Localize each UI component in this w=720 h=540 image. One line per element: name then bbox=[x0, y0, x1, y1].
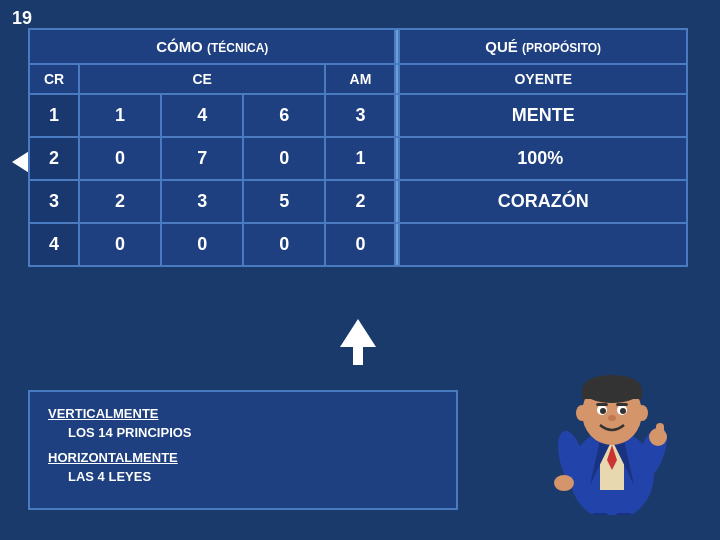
table-row: 1 1 4 6 3 MENTE bbox=[29, 94, 687, 137]
header-como: CÓMO (TÉCNICA) bbox=[29, 29, 395, 64]
row3-c1: 3 bbox=[161, 180, 243, 223]
svg-point-16 bbox=[636, 405, 648, 421]
svg-rect-7 bbox=[582, 389, 642, 399]
row2-c1: 7 bbox=[161, 137, 243, 180]
row1-cr: 1 bbox=[79, 94, 161, 137]
svg-point-14 bbox=[608, 415, 616, 421]
page-number: 19 bbox=[12, 8, 32, 29]
main-table-container: CÓMO (TÉCNICA) QUÉ (PROPÓSITO) CR CE AM … bbox=[28, 28, 688, 267]
table-row: 2 0 7 0 1 100% bbox=[29, 137, 687, 180]
header-que: QUÉ (PROPÓSITO) bbox=[399, 29, 687, 64]
row4-c2: 0 bbox=[243, 223, 325, 266]
row3-num: 3 bbox=[29, 180, 79, 223]
header-row: CÓMO (TÉCNICA) QUÉ (PROPÓSITO) bbox=[29, 29, 687, 64]
col-cr-header: CR bbox=[29, 64, 79, 94]
bottom-box: VERTICALMENTE LOS 14 PRINCIPIOS HORIZONT… bbox=[28, 390, 458, 510]
row4-am: 0 bbox=[325, 223, 395, 266]
svg-rect-13 bbox=[616, 403, 628, 406]
svg-rect-21 bbox=[656, 423, 664, 439]
row2-am: 1 bbox=[325, 137, 395, 180]
row4-num: 4 bbox=[29, 223, 79, 266]
vertical-label: VERTICALMENTE bbox=[48, 406, 438, 421]
row4-c1: 0 bbox=[161, 223, 243, 266]
vertical-subtext: LOS 14 PRINCIPIOS bbox=[48, 425, 438, 440]
table-row: 4 0 0 0 0 bbox=[29, 223, 687, 266]
svg-point-15 bbox=[576, 405, 588, 421]
row2-num: 2 bbox=[29, 137, 79, 180]
mente-label: MENTE bbox=[399, 94, 687, 137]
row1-am: 3 bbox=[325, 94, 395, 137]
row1-num: 1 bbox=[29, 94, 79, 137]
percent-label: 100% bbox=[399, 137, 687, 180]
svg-rect-22 bbox=[592, 513, 608, 515]
row3-c2: 5 bbox=[243, 180, 325, 223]
row1-c2: 6 bbox=[243, 94, 325, 137]
svg-point-11 bbox=[620, 408, 626, 414]
arrow-up-icon bbox=[340, 319, 376, 365]
row4-cr: 0 bbox=[79, 223, 161, 266]
col-oyente-header: OYENTE bbox=[399, 64, 687, 94]
row3-cr: 2 bbox=[79, 180, 161, 223]
horizontal-subtext: LAS 4 LEYES bbox=[48, 469, 438, 484]
main-table: CÓMO (TÉCNICA) QUÉ (PROPÓSITO) CR CE AM … bbox=[28, 28, 688, 267]
table-row: 3 2 3 5 2 CORAZÓN bbox=[29, 180, 687, 223]
col-am-header: AM bbox=[325, 64, 395, 94]
svg-point-19 bbox=[554, 475, 574, 491]
row2-c2: 0 bbox=[243, 137, 325, 180]
bottom-section: VERTICALMENTE LOS 14 PRINCIPIOS HORIZONT… bbox=[28, 390, 458, 510]
subheader-row: CR CE AM OYENTE bbox=[29, 64, 687, 94]
character-illustration bbox=[532, 340, 692, 520]
corazon-label: CORAZÓN bbox=[399, 180, 687, 223]
svg-rect-12 bbox=[596, 403, 608, 406]
horizontal-label: HORIZONTALMENTE bbox=[48, 450, 438, 465]
row2-cr: 0 bbox=[79, 137, 161, 180]
svg-rect-23 bbox=[616, 513, 632, 515]
row3-am: 2 bbox=[325, 180, 395, 223]
col-ce-header: CE bbox=[79, 64, 325, 94]
row1-c1: 4 bbox=[161, 94, 243, 137]
svg-point-10 bbox=[600, 408, 606, 414]
